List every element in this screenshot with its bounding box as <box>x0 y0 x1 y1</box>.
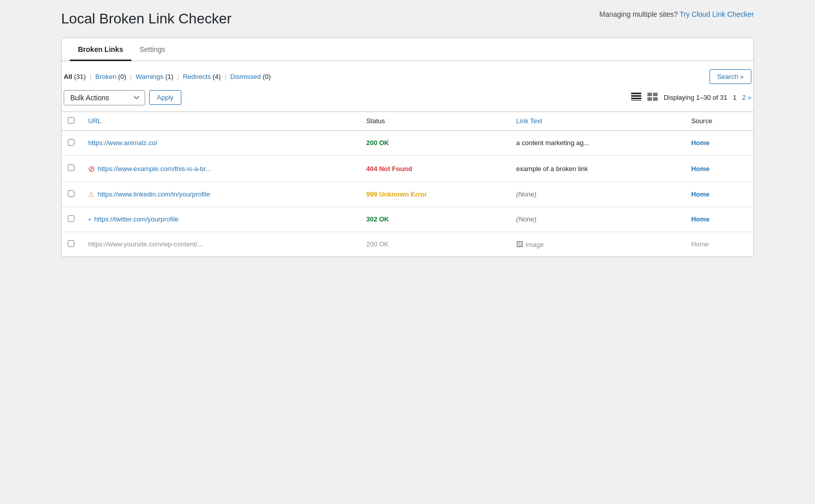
row-checkbox[interactable] <box>68 215 74 222</box>
display-info: Displaying 1–30 of 31 1 2 » <box>664 94 751 101</box>
content-area: All (31) | Broken (0) | Warnings (1) | R… <box>62 61 753 257</box>
filter-redirects-count: (4) <box>213 73 221 80</box>
search-button[interactable]: Search » <box>710 69 751 84</box>
filter-links: All (31) | Broken (0) | Warnings (1) | R… <box>64 73 271 80</box>
svg-rect-7 <box>653 97 658 101</box>
url-link[interactable]: https://www.example.com/this-is-a-br... <box>98 165 211 173</box>
source-cell: Home <box>685 232 753 257</box>
col-linktext[interactable]: Link Text <box>510 111 685 130</box>
toolbar-right: Displaying 1–30 of 31 1 2 » <box>629 91 751 104</box>
svg-rect-4 <box>647 93 652 96</box>
svg-rect-0 <box>631 93 641 94</box>
svg-rect-1 <box>631 95 641 97</box>
link-text-cell: (None) <box>510 207 685 232</box>
table-row: ⚠https://www.linkedin.com/in/yourprofile… <box>62 182 753 207</box>
source-link[interactable]: Home <box>691 190 710 198</box>
page-title: Local Broken Link Checker <box>61 10 232 27</box>
source-link[interactable]: Home <box>691 215 710 223</box>
status-badge: 404 Not Found <box>360 155 510 182</box>
filter-dismissed-count: (0) <box>263 73 271 80</box>
source-cell: Home <box>685 207 753 232</box>
row-checkbox[interactable] <box>68 190 74 197</box>
page-2-link[interactable]: 2 <box>742 94 746 101</box>
main-card: Broken Links Settings All (31) | Broken … <box>61 38 754 257</box>
filter-all-label: All <box>64 73 72 80</box>
row-checkbox[interactable] <box>68 240 74 247</box>
grid-view-button[interactable] <box>645 91 660 104</box>
source-link[interactable]: Home <box>691 139 710 147</box>
warning-icon: ⚠ <box>88 190 95 199</box>
source-cell: Home <box>685 155 753 182</box>
toolbar: Bulk Actions Apply <box>62 90 753 111</box>
filter-broken-link[interactable]: Broken <box>95 73 116 80</box>
col-status: Status <box>360 111 510 130</box>
table-row: https://www.animalz.co/200 OKa content m… <box>62 130 753 155</box>
source-cell: Home <box>685 182 753 207</box>
filter-bar: All (31) | Broken (0) | Warnings (1) | R… <box>62 69 753 90</box>
page-next-arrow[interactable]: » <box>748 94 751 101</box>
tab-broken-links[interactable]: Broken Links <box>70 38 131 61</box>
svg-rect-2 <box>631 98 641 99</box>
apply-button[interactable]: Apply <box>149 90 181 105</box>
url-link[interactable]: https://www.linkedin.com/in/yourprofile <box>98 190 210 198</box>
status-badge: 200 OK <box>360 130 510 155</box>
links-table: URL Status Link Text Source https://www.… <box>62 111 753 257</box>
select-all-checkbox[interactable] <box>68 117 74 124</box>
status-badge: 302 OK <box>360 207 510 232</box>
info-icon: ● <box>88 216 91 222</box>
tabs-header: Broken Links Settings <box>62 38 753 61</box>
page-header: Local Broken Link Checker Managing multi… <box>61 10 754 27</box>
link-text-cell: a content marketing ag... <box>510 130 685 155</box>
url-link[interactable]: https://www.animalz.co/ <box>88 139 157 147</box>
url-link[interactable]: https://twitter.com/yourprofile <box>94 215 178 223</box>
image-icon: 🖼 <box>516 240 525 248</box>
url-link[interactable]: https://www.yoursite.com/wp-content/... <box>88 240 203 248</box>
link-text-cell: 🖼 Image <box>510 232 685 257</box>
link-text-cell: (None) <box>510 182 685 207</box>
filter-broken-count: (0) <box>118 73 126 80</box>
error-icon: ⊘ <box>88 164 95 174</box>
row-checkbox[interactable] <box>68 164 74 171</box>
tab-settings[interactable]: Settings <box>131 38 174 61</box>
link-text-cell: example of a broken link <box>510 155 685 182</box>
table-header-row: URL Status Link Text Source <box>62 111 753 130</box>
source-cell: Home <box>685 130 753 155</box>
filter-all-count: (31) <box>74 73 86 80</box>
svg-rect-3 <box>631 100 641 101</box>
svg-rect-6 <box>647 97 652 101</box>
bulk-actions-select[interactable]: Bulk Actions <box>64 90 145 105</box>
table-row: ●https://twitter.com/yourprofile302 OK(N… <box>62 207 753 232</box>
select-all-header <box>62 111 82 130</box>
filter-warnings-count: (1) <box>165 73 173 80</box>
list-view-button[interactable] <box>629 91 643 104</box>
toolbar-left: Bulk Actions Apply <box>64 90 181 105</box>
source-link[interactable]: Home <box>691 165 710 173</box>
cloud-link-anchor[interactable]: Try Cloud Link Checker <box>680 10 754 18</box>
filter-dismissed-link[interactable]: Dismissed <box>230 73 261 80</box>
row-checkbox[interactable] <box>68 139 74 146</box>
filter-redirects-link[interactable]: Redirects <box>183 73 211 80</box>
cloud-link-promo: Managing multiple sites? Try Cloud Link … <box>600 10 754 18</box>
status-badge: 200 OK <box>360 232 510 257</box>
status-badge: 999 Unknown Error <box>360 182 510 207</box>
col-source: Source <box>685 111 753 130</box>
table-row: ⊘https://www.example.com/this-is-a-br...… <box>62 155 753 182</box>
filter-warnings-link[interactable]: Warnings <box>135 73 163 80</box>
table-row: https://www.yoursite.com/wp-content/...2… <box>62 232 753 257</box>
svg-rect-5 <box>653 93 658 96</box>
col-url[interactable]: URL <box>82 111 360 130</box>
view-icons <box>629 91 660 104</box>
